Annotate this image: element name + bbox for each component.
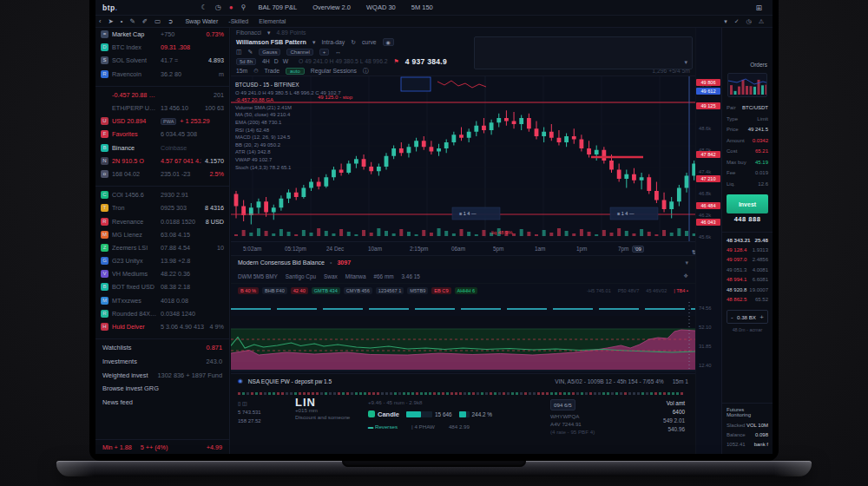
lower-tool-3[interactable]: Mitanwa (345, 273, 366, 279)
timezone-box[interactable]: '09 (632, 246, 644, 253)
top-nav-item-3[interactable]: 5M 150 (411, 3, 433, 11)
indicator-name[interactable]: Fibonacci (236, 30, 261, 36)
watchlist-row[interactable]: =Market Cap+7500.73% (95, 28, 229, 41)
dot-icon[interactable]: • (121, 17, 123, 25)
pen-icon[interactable]: ✎ (129, 17, 135, 25)
history-icon[interactable]: ◷ (746, 18, 752, 25)
watchlist-row[interactable]: o168 04.02235.01 -232.5% (95, 167, 229, 181)
timeframe-W[interactable]: W (283, 58, 288, 64)
flow-chip-1[interactable]: BHB F40 (262, 287, 287, 294)
invest-button[interactable]: Invest (727, 194, 768, 213)
flow-chip-7[interactable]: EB C9 (431, 287, 450, 294)
watchlist-row[interactable]: -0.457 20.88 GA201 (95, 89, 229, 102)
book-row[interactable]: 49 051.34.0081 (727, 265, 768, 275)
lower-tool-5[interactable]: 3.46 15 (402, 273, 420, 279)
moon-icon[interactable]: ☾ (201, 3, 207, 11)
expand-icon[interactable]: ↔ (335, 49, 341, 55)
depth-indicator-chart[interactable] (231, 297, 695, 373)
book-row[interactable]: 48 862.565.52 (727, 295, 768, 305)
header-chip-0[interactable]: Gauss (259, 49, 280, 56)
tab-skilled[interactable]: -Skilled (228, 18, 248, 24)
form-row-5[interactable]: Max buy45.19 (727, 157, 768, 168)
top-nav-item-2[interactable]: WQAD 30 (366, 3, 396, 11)
ohlc-icon[interactable]: ◫ (236, 49, 241, 56)
sidebar-section-3[interactable]: Browse invest GRG (95, 382, 229, 396)
form-row-2[interactable]: Price49 241.5 (727, 124, 768, 135)
form-row-6[interactable]: Fee0.019 (727, 167, 768, 179)
curve-label[interactable]: curve (362, 39, 377, 45)
watchlist-row[interactable]: ETH/PERP USD13 456.10100 63 (95, 102, 229, 115)
watchlist-row[interactable]: ZZeemers LSI07.88 4.5410 (95, 241, 229, 254)
watchlist-row[interactable]: SSOL Solvent41.7 =4.893 (95, 54, 229, 67)
chevron-down-icon[interactable]: ▾ (312, 39, 315, 46)
sidebar-section-1[interactable]: Investments243.0 (95, 355, 229, 369)
watchlist-row[interactable]: TTron0925 3038 4316 (95, 201, 229, 214)
form-row-4[interactable]: Cost65.21 (727, 146, 768, 157)
cursor-icon[interactable]: ➤ (108, 17, 114, 25)
flow-chip-3[interactable]: GMTB 434 (312, 287, 340, 294)
lower-tool-2[interactable]: Swax (324, 273, 338, 279)
plus-button[interactable]: + (760, 313, 764, 321)
pen-icon[interactable]: ✎ (247, 49, 253, 56)
search-icon[interactable]: ⚲ (241, 3, 247, 11)
settings-icon[interactable]: ❖ (683, 273, 688, 279)
tab-elemental[interactable]: Elemental (259, 18, 286, 24)
chevron-down-icon[interactable]: ▾ (267, 30, 270, 36)
check-icon[interactable]: ✓ (734, 18, 740, 25)
timeframe-D[interactable]: D (274, 58, 279, 64)
brush-icon[interactable]: ✐ (142, 17, 148, 25)
share-icon[interactable]: ➲ (168, 17, 173, 25)
watchlist-row[interactable]: RRevenance0.0188 15208 USD (95, 214, 229, 227)
lower-tool-4[interactable]: #66 mm (373, 273, 393, 279)
toggle-chip[interactable]: ◉ (383, 38, 394, 46)
sidebar-section-2[interactable]: Weighted invest1302 836 + 1897 Fund (95, 368, 229, 382)
record-icon[interactable]: ● (229, 3, 233, 11)
watchlist-row[interactable]: BBinanceCoinbase (95, 141, 229, 154)
footer-account-label[interactable]: NSA EQUIE PW - deposit pw 1.5 (248, 378, 332, 384)
flow-chip-6[interactable]: M5TB9 (407, 287, 428, 294)
reverses-label[interactable]: ▬ Reverses (368, 424, 398, 430)
watchlist-row[interactable]: N2N 910.5 O4.57 67 041 4.354.1570 (95, 154, 229, 167)
watchlist-row[interactable]: BBOT fixed USD08.38 2.18 (95, 280, 229, 293)
info-icon[interactable]: ⓘ (363, 67, 369, 76)
order-badge[interactable]: 094 6/5 (550, 399, 575, 410)
lower-tool-1[interactable]: Santigo Cpu (286, 273, 316, 279)
minus-button[interactable]: - (731, 313, 733, 321)
timeframe-4H[interactable]: 4H (262, 58, 270, 64)
stopwatch-icon[interactable]: ⏱ (253, 68, 258, 75)
book-row[interactable]: 49 097.02.4856 (727, 255, 768, 266)
watchlist-row[interactable]: FFavorites6 034.45 308 (95, 128, 229, 141)
flow-chip-4[interactable]: CMYB 456 (344, 287, 372, 294)
watchlist-row[interactable]: RRavencoin36.2 80m (95, 68, 229, 81)
pattern-title[interactable]: Williamson FSB Pattern (236, 38, 306, 46)
watchlist-row[interactable]: HHuld Delver5 3.06 4.90 4134 9% (95, 320, 229, 333)
sidebar-section-0[interactable]: Watchlists0.871 (95, 341, 229, 355)
quantity-stepper[interactable]: - 0.38 BX + (727, 310, 768, 324)
range-chip[interactable]: 5d 8h (236, 58, 256, 65)
auto-chip[interactable]: auto (286, 68, 305, 75)
flow-chip-2[interactable]: 42 40 (291, 287, 308, 294)
flow-chip-5[interactable]: 1234567 1 (376, 287, 404, 294)
watchlist-row[interactable]: DBTC Index09.31 .308 (95, 41, 229, 54)
book-row[interactable]: 49 128.41.9313 (727, 245, 768, 255)
header-chip-2[interactable]: + (319, 49, 330, 56)
clock-icon[interactable]: ◷ (215, 3, 221, 11)
back-chevron-icon[interactable]: ‹ (99, 17, 102, 25)
candle-mode-chip[interactable]: Candle (368, 410, 399, 418)
price-scale[interactable]: 49.8k49.2k48.6k48.0k47.4k46.8k46.2k45.6k… (695, 28, 722, 454)
footer-timeframe[interactable]: 15m 1 (673, 378, 688, 384)
chevron-down-icon[interactable]: ▾ (724, 18, 727, 25)
collapse-icon[interactable]: ▾ (685, 259, 688, 266)
flow-chip-0[interactable]: B 40 % (238, 287, 259, 294)
rectangle-icon[interactable]: ▭ (155, 17, 161, 25)
time-axis[interactable]: '09 ↻ ⇅ 5:02am05:12pm24 Dec10am2:15pm06a… (231, 241, 695, 256)
header-chip-1[interactable]: Channel (286, 49, 312, 56)
top-nav-item-0[interactable]: BAL 709 P&L (258, 3, 297, 11)
candlestick-plot[interactable]: BTCUSD - 15 - BITFINEXO 49 241.0 H 49 38… (231, 76, 695, 241)
layout-icons[interactable]: ▯ ◫ (238, 399, 286, 408)
book-row[interactable]: 48 920.819.0007 (727, 285, 768, 295)
lower-tool-0[interactable]: DWM 5M5 BMY (238, 273, 278, 279)
watchlist-row[interactable]: RRounded 84X.020.0348 1240 (95, 307, 229, 320)
form-row-1[interactable]: TypeLimit (727, 114, 768, 125)
tf-15m[interactable]: 15m (236, 68, 247, 74)
